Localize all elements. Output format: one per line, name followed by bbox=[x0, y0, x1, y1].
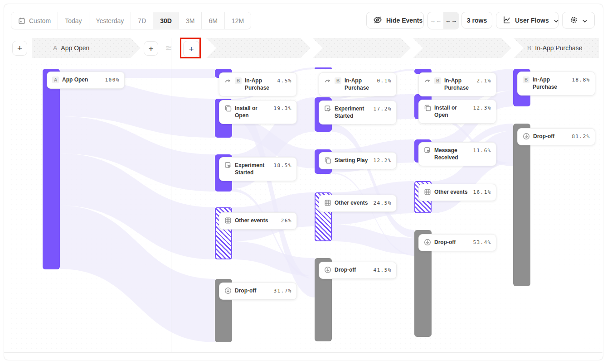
click-icon bbox=[224, 162, 232, 169]
eye-off-icon bbox=[373, 15, 382, 24]
hide-events-button[interactable]: Hide Events bbox=[366, 12, 424, 29]
flow-node-breakdown-1-in-app-purchase[interactable]: BIn-App Purchase4.5% bbox=[219, 72, 297, 96]
click-icon bbox=[324, 105, 331, 112]
annotation-highlight-box bbox=[180, 38, 201, 58]
event-badge-b: B bbox=[434, 77, 441, 84]
flow-node-breakdown-2-in-app-purchase[interactable]: BIn-App Purchase0.1% bbox=[319, 72, 397, 96]
flow-node-label: Install or Open bbox=[434, 105, 470, 119]
flow-node-percent: 17.2% bbox=[373, 105, 392, 112]
flow-node-label: Experiment Started bbox=[335, 105, 370, 120]
flow-node-label: Other events bbox=[434, 189, 470, 196]
dropoff-icon bbox=[523, 133, 530, 140]
date-range-today[interactable]: Today bbox=[58, 12, 89, 29]
step-a-badge: A bbox=[53, 44, 57, 52]
goal-arrow-icon bbox=[324, 77, 331, 84]
step-b-badge: B bbox=[527, 44, 531, 52]
flow-node-percent: 12.3% bbox=[473, 105, 491, 111]
flow-node-percent: 16.1% bbox=[473, 189, 491, 195]
gear-icon bbox=[570, 16, 578, 24]
spacing-toggle: →← ←→ bbox=[427, 12, 459, 29]
flow-node-breakdown-2-experiment-started[interactable]: Experiment Started17.2% bbox=[319, 101, 397, 125]
flow-node-step-B-drop-off[interactable]: Drop-off81.2% bbox=[517, 128, 595, 145]
flow-node-step-B-in-app-purchase[interactable]: BIn-App Purchase18.8% bbox=[517, 72, 595, 96]
flow-node-percent: 18.5% bbox=[273, 162, 292, 168]
flow-node-breakdown-3-message-received[interactable]: Message Received11.6% bbox=[418, 142, 496, 166]
flow-node-label: Drop-off bbox=[235, 287, 270, 295]
dropoff-icon bbox=[324, 266, 331, 273]
flow-node-breakdown-1-experiment-started[interactable]: Experiment Started18.5% bbox=[219, 157, 297, 181]
hide-events-label: Hide Events bbox=[386, 17, 422, 24]
flow-node-label: In-App Purchase bbox=[533, 77, 568, 91]
flow-node-percent: 4.5% bbox=[277, 77, 292, 84]
copy-icon bbox=[424, 104, 431, 111]
chevron-down-icon bbox=[583, 17, 587, 24]
flow-node-breakdown-3-install-or-open[interactable]: Install or Open12.3% bbox=[418, 100, 496, 124]
flow-node-label: App Open bbox=[62, 77, 102, 84]
goal-arrow-icon bbox=[224, 77, 232, 84]
flow-node-label: In-App Purchase bbox=[245, 77, 274, 91]
date-range-12m[interactable]: 12M bbox=[225, 12, 251, 29]
flow-node-percent: 81.2% bbox=[572, 133, 590, 139]
click-icon bbox=[424, 147, 431, 154]
flow-node-label: Drop-off bbox=[434, 239, 470, 246]
step-banner-a[interactable]: A App Open bbox=[32, 38, 141, 58]
step-banner-empty-3 bbox=[413, 38, 511, 58]
flow-node-label: In-App Purchase bbox=[444, 77, 474, 91]
flow-node-step-A-app-open[interactable]: AApp Open100% bbox=[47, 72, 125, 89]
add-step-button-mid[interactable]: + bbox=[144, 41, 158, 56]
canvas-bottom-border bbox=[4, 352, 602, 353]
flow-node-percent: 0.1% bbox=[377, 77, 392, 84]
chevron-down-icon bbox=[554, 17, 558, 24]
event-badge-b: B bbox=[523, 77, 529, 83]
add-step-button-left[interactable]: + bbox=[12, 41, 27, 56]
flow-node-percent: 53.4% bbox=[473, 239, 491, 245]
date-range-3m[interactable]: 3M bbox=[179, 12, 202, 29]
flow-node-breakdown-2-drop-off[interactable]: Drop-off41.5% bbox=[319, 262, 397, 279]
flow-bar-step-A-app-open[interactable] bbox=[43, 69, 60, 269]
flow-node-label: Drop-off bbox=[335, 267, 370, 274]
flow-bar-breakdown-2-in-app-purchase[interactable] bbox=[315, 67, 332, 69]
settings-dropdown[interactable] bbox=[562, 12, 595, 29]
flow-bar-step-B-drop-off[interactable] bbox=[513, 124, 530, 286]
date-range-30d[interactable]: 30D bbox=[153, 12, 179, 29]
step-banner-empty-1 bbox=[206, 38, 311, 58]
date-range-yesterday[interactable]: Yesterday bbox=[89, 12, 131, 29]
flow-node-breakdown-2-other-events[interactable]: Other events24.5% bbox=[319, 195, 397, 212]
date-range-group: CustomTodayYesterday7D30D3M6M12M bbox=[11, 12, 251, 29]
flow-node-label: Other events bbox=[235, 217, 278, 225]
copy-icon bbox=[224, 105, 232, 112]
flow-node-percent: 18.8% bbox=[572, 77, 590, 83]
user-flows-report: CustomTodayYesterday7D30D3M6M12M Hide Ev… bbox=[0, 0, 607, 364]
view-selector-label: User Flows bbox=[515, 17, 549, 24]
step-banner-empty-2 bbox=[313, 38, 411, 58]
date-range-custom[interactable]: Custom bbox=[11, 12, 58, 29]
flow-node-breakdown-1-other-events[interactable]: Other events26% bbox=[219, 212, 297, 230]
arrows-inward-icon[interactable]: →← bbox=[428, 12, 443, 29]
flow-node-label: Starting Play bbox=[335, 157, 370, 164]
flow-node-breakdown-1-drop-off[interactable]: Drop-off31.7% bbox=[219, 283, 297, 300]
flow-node-breakdown-3-in-app-purchase[interactable]: BIn-App Purchase2.1% bbox=[418, 72, 496, 96]
event-badge-b: B bbox=[235, 77, 242, 84]
flow-node-percent: 26% bbox=[281, 217, 292, 224]
date-range-6m[interactable]: 6M bbox=[202, 12, 224, 29]
flow-node-label: Drop-off bbox=[533, 133, 568, 140]
flow-node-label: Experiment Started bbox=[235, 162, 270, 176]
step-b-label: In-App Purchase bbox=[535, 44, 582, 52]
date-range-7d[interactable]: 7D bbox=[131, 12, 153, 29]
flow-node-label: Other events bbox=[335, 200, 370, 207]
view-selector-dropdown[interactable]: User Flows bbox=[496, 12, 558, 29]
flow-node-percent: 41.5% bbox=[373, 267, 392, 273]
event-badge-a: A bbox=[52, 77, 59, 83]
rows-button[interactable]: 3 rows bbox=[461, 12, 492, 29]
flow-node-label: Message Received bbox=[434, 147, 470, 161]
flow-node-breakdown-3-other-events[interactable]: Other events16.1% bbox=[418, 184, 496, 201]
step-banner-b[interactable]: B In-App Purchase bbox=[514, 38, 599, 58]
arrows-outward-icon[interactable]: ←→ bbox=[443, 12, 459, 29]
flow-node-breakdown-1-install-or-open[interactable]: Install or Open19.3% bbox=[219, 100, 297, 124]
flow-node-breakdown-3-drop-off[interactable]: Drop-off53.4% bbox=[418, 234, 496, 251]
flow-node-breakdown-2-starting-play[interactable]: Starting Play12.2% bbox=[319, 152, 397, 169]
event-badge-b: B bbox=[335, 77, 341, 84]
flow-node-percent: 2.1% bbox=[477, 77, 492, 84]
grid-icon bbox=[424, 188, 431, 196]
step-a-label: App Open bbox=[61, 44, 89, 52]
